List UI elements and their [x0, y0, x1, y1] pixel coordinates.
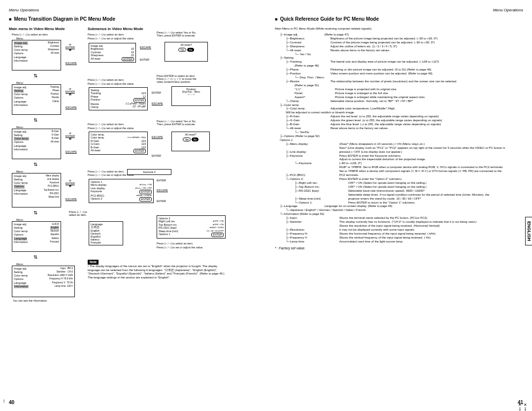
running-header-right: Menu Operations: [275, 8, 523, 12]
left-section-title: Menu Transition Diagram in PC Menu Mode: [9, 16, 257, 22]
crop-mark-left: ↨: [3, 398, 5, 403]
note-text: • The display languages of the menus are…: [88, 265, 225, 279]
running-header-left: Menu Operations: [9, 8, 257, 12]
note-badge: Note: [88, 260, 99, 265]
page-number-left: 40: [9, 400, 14, 405]
quick-ref-tree: Main Menu in PC Menu Mode (While receivi…: [275, 27, 523, 243]
menu-transition-diagram: Menu Image adj.Brightness SettingContras…: [9, 33, 257, 329]
factory-note: * : Factory set value.: [275, 246, 523, 250]
english-tab: ENGLISH: [525, 217, 532, 245]
menu-label: Menu: [15, 37, 24, 40]
right-section-title: Quick Reference Guide for PC Menu Mode: [275, 16, 523, 22]
subhead-sub: Submenus in Video Menu Mode: [88, 27, 257, 31]
subhead-main: Main menu in Video Menu Mode: [9, 27, 88, 31]
